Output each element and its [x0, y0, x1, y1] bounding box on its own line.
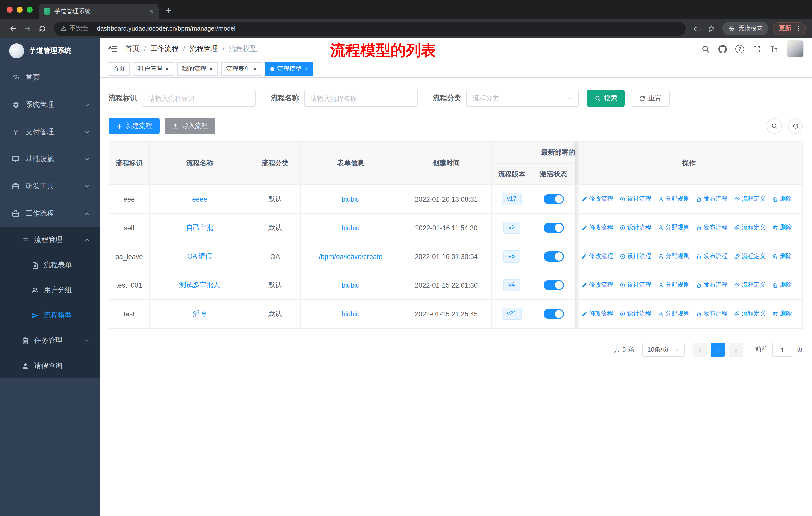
- sidebar-item-payment[interactable]: ¥ 支付管理: [0, 118, 100, 146]
- op-delete-link[interactable]: 删除: [772, 195, 792, 203]
- next-page-button[interactable]: ›: [729, 343, 743, 357]
- process-name-input[interactable]: [304, 90, 418, 107]
- op-design-link[interactable]: 设计流程: [620, 252, 651, 261]
- form-link[interactable]: biubiu: [342, 224, 360, 232]
- close-icon[interactable]: ×: [304, 65, 308, 72]
- op-publish-link[interactable]: 发布流程: [696, 223, 728, 232]
- sidebar-item-devtools[interactable]: 研发工具: [0, 173, 100, 200]
- browser-tab[interactable]: 芋道管理系统 ×: [39, 3, 158, 19]
- new-tab-button[interactable]: +: [158, 5, 178, 19]
- op-modify-link[interactable]: 修改流程: [581, 310, 613, 318]
- sidebar-item-task-mgmt[interactable]: 任务管理: [0, 328, 100, 353]
- close-icon[interactable]: ×: [165, 65, 169, 72]
- reload-button[interactable]: [35, 22, 49, 35]
- page-1-button[interactable]: 1: [711, 343, 725, 357]
- zoom-window-button[interactable]: [27, 6, 33, 12]
- tag-my-process[interactable]: 我的流程 ×: [177, 62, 218, 75]
- import-process-button[interactable]: 导入流程: [165, 118, 215, 134]
- op-delete-link[interactable]: 删除: [772, 252, 792, 261]
- op-definition-link[interactable]: 流程定义: [734, 223, 766, 232]
- security-status[interactable]: 不安全: [60, 24, 88, 33]
- sidebar-item-process-form[interactable]: 流程表单: [0, 252, 100, 278]
- font-size-icon[interactable]: [770, 45, 778, 53]
- sidebar-item-user-group[interactable]: 用户分组: [0, 278, 100, 303]
- tag-tenant-mgmt[interactable]: 租户管理 ×: [133, 62, 174, 75]
- op-design-link[interactable]: 设计流程: [620, 195, 651, 203]
- op-delete-link[interactable]: 删除: [772, 281, 792, 290]
- user-avatar[interactable]: [787, 40, 804, 57]
- reset-button[interactable]: 重置: [631, 90, 670, 107]
- op-design-link[interactable]: 设计流程: [620, 223, 651, 232]
- op-publish-link[interactable]: 发布流程: [696, 195, 728, 203]
- sidebar-item-system[interactable]: 系统管理: [0, 91, 100, 118]
- prev-page-button[interactable]: ‹: [693, 343, 707, 357]
- model-name-link[interactable]: 滔博: [193, 310, 206, 318]
- model-name-link[interactable]: 自己审批: [186, 224, 213, 231]
- address-bar[interactable]: 不安全 dashboard.yudao.iocoder.cn/bpm/manag…: [54, 21, 686, 35]
- create-process-button[interactable]: 新建流程: [109, 118, 160, 134]
- close-icon[interactable]: ×: [209, 65, 213, 72]
- category-select[interactable]: 流程分类: [466, 90, 579, 107]
- help-icon[interactable]: ?: [735, 45, 744, 53]
- op-design-link[interactable]: 设计流程: [620, 310, 651, 318]
- search-button[interactable]: 搜索: [587, 90, 625, 107]
- model-name-link[interactable]: 测试多审批人: [179, 281, 220, 289]
- form-link[interactable]: /bpm/oa/leave/create: [319, 253, 382, 260]
- browser-update-button[interactable]: 更新 ⋮: [773, 22, 806, 35]
- breadcrumb-process-mgmt[interactable]: 流程管理: [190, 44, 218, 53]
- form-link[interactable]: biubiu: [342, 281, 360, 289]
- breadcrumb-home[interactable]: 首页: [125, 44, 140, 53]
- op-modify-link[interactable]: 修改流程: [581, 223, 613, 232]
- op-assign-link[interactable]: 分配规则: [658, 252, 689, 261]
- op-definition-link[interactable]: 流程定义: [734, 310, 766, 318]
- op-assign-link[interactable]: 分配规则: [658, 195, 689, 203]
- goto-page-input[interactable]: [772, 343, 792, 357]
- op-publish-link[interactable]: 发布流程: [696, 281, 728, 290]
- back-button[interactable]: [6, 22, 20, 35]
- op-modify-link[interactable]: 修改流程: [581, 281, 613, 290]
- tab-close-icon[interactable]: ×: [149, 8, 153, 15]
- search-icon[interactable]: [701, 45, 710, 53]
- close-window-button[interactable]: [6, 6, 12, 12]
- tag-home[interactable]: 首页: [108, 62, 130, 75]
- status-toggle[interactable]: [544, 309, 563, 319]
- op-definition-link[interactable]: 流程定义: [734, 281, 766, 290]
- fullscreen-icon[interactable]: [753, 45, 761, 53]
- tag-process-form[interactable]: 流程表单 ×: [221, 62, 262, 75]
- show-search-button[interactable]: [767, 118, 782, 134]
- sidebar-item-leave-query[interactable]: 请假查询: [0, 353, 100, 378]
- bookmark-star-icon[interactable]: [705, 22, 718, 35]
- process-id-input[interactable]: [142, 90, 256, 107]
- close-icon[interactable]: ×: [253, 65, 257, 72]
- op-assign-link[interactable]: 分配规则: [658, 281, 689, 290]
- op-definition-link[interactable]: 流程定义: [734, 195, 766, 203]
- status-toggle[interactable]: [544, 251, 563, 262]
- breadcrumb-workflow[interactable]: 工作流程: [150, 44, 179, 53]
- sidebar-item-process-mgmt[interactable]: 流程管理: [0, 227, 100, 252]
- model-name-link[interactable]: eeee: [192, 195, 207, 203]
- form-link[interactable]: biubiu: [342, 195, 360, 203]
- forward-button[interactable]: [21, 22, 34, 35]
- status-toggle[interactable]: [544, 280, 563, 290]
- refresh-table-button[interactable]: [788, 118, 803, 134]
- github-icon[interactable]: [718, 45, 727, 53]
- sidebar-item-process-model[interactable]: 流程模型: [0, 303, 100, 328]
- op-design-link[interactable]: 设计流程: [620, 281, 651, 290]
- op-delete-link[interactable]: 删除: [772, 223, 792, 232]
- page-size-select[interactable]: 10条/页: [642, 343, 685, 357]
- op-definition-link[interactable]: 流程定义: [734, 252, 766, 261]
- op-modify-link[interactable]: 修改流程: [581, 195, 613, 203]
- sidebar-item-home[interactable]: 首页: [0, 64, 100, 91]
- sidebar-item-workflow[interactable]: 工作流程: [0, 200, 100, 227]
- op-delete-link[interactable]: 删除: [772, 310, 792, 318]
- sidebar-fold-icon[interactable]: [108, 44, 118, 54]
- op-assign-link[interactable]: 分配规则: [658, 310, 689, 318]
- sidebar-item-infra[interactable]: 基础设施: [0, 146, 100, 173]
- op-assign-link[interactable]: 分配规则: [658, 223, 689, 232]
- status-toggle[interactable]: [544, 194, 563, 204]
- status-toggle[interactable]: [544, 223, 563, 233]
- model-name-link[interactable]: OA 请假: [187, 252, 212, 260]
- password-key-icon[interactable]: [691, 22, 704, 35]
- browser-menu-icon[interactable]: ⋮: [795, 25, 802, 32]
- op-publish-link[interactable]: 发布流程: [696, 310, 728, 318]
